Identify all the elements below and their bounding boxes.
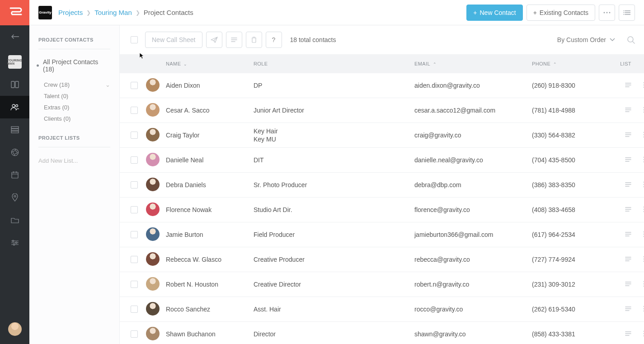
row-checkbox[interactable] [131, 256, 138, 263]
col-name[interactable]: NAME ⌄ [166, 61, 188, 66]
assign-list-icon[interactable] [625, 107, 631, 113]
table-row[interactable]: Debra DanielsSr. Photo Producerdebra@dbp… [120, 173, 644, 198]
contact-role: Studio Art Dir. [254, 206, 292, 213]
brand-logo[interactable] [0, 0, 29, 25]
contact-role: DP [254, 82, 262, 89]
contact-name: Shawn Buchanon [166, 330, 216, 338]
row-checkbox[interactable] [131, 206, 138, 213]
contact-email: florence@gravity.co [414, 206, 470, 213]
contact-phone: (727) 774-9924 [532, 256, 575, 263]
row-checkbox[interactable] [131, 231, 138, 238]
assign-list-icon[interactable] [625, 331, 631, 336]
assign-list-icon[interactable] [625, 157, 631, 162]
more-options-button[interactable] [599, 5, 615, 21]
org-badge[interactable]: Gravity [38, 6, 52, 19]
assign-list-icon[interactable] [625, 132, 631, 137]
assign-list-icon[interactable] [625, 256, 631, 262]
sidebar-group[interactable]: Extras (0) [44, 102, 110, 113]
row-checkbox[interactable] [131, 330, 138, 338]
avatar [146, 227, 160, 241]
rail-item-6[interactable] [0, 186, 29, 209]
send-button[interactable] [206, 32, 222, 48]
svg-point-9 [14, 195, 16, 197]
assign-list-icon[interactable] [625, 82, 631, 88]
row-checkbox[interactable] [131, 306, 138, 313]
table-row[interactable]: Rebecca W. GlascoCreative Producerrebecc… [120, 247, 644, 272]
row-checkbox[interactable] [131, 156, 138, 164]
sidebar-group[interactable]: Crew (18)⌄ [44, 79, 110, 90]
rail-contacts[interactable] [0, 96, 29, 118]
assign-list-icon[interactable] [625, 306, 631, 311]
avatar [146, 128, 160, 141]
svg-rect-4 [11, 127, 19, 128]
sidebar-group[interactable]: Talent (0) [44, 90, 110, 102]
row-checkbox[interactable] [131, 132, 138, 139]
row-checkbox[interactable] [131, 107, 138, 114]
col-email[interactable]: EMAIL ⌃ [414, 61, 437, 66]
assign-list-icon[interactable] [625, 207, 631, 212]
contact-email: rebecca@gravity.co [414, 256, 470, 263]
contact-phone: (231) 309-3012 [532, 281, 575, 288]
table-row[interactable]: Robert N. HoustonCreative Directorrobert… [120, 272, 644, 297]
rail-item-4[interactable] [0, 141, 29, 164]
trash-icon [251, 37, 257, 43]
add-new-list[interactable]: Add New List... [38, 154, 110, 168]
table-row[interactable]: Florence NowakStudio Art Dir.florence@gr… [120, 198, 644, 222]
sort-dropdown[interactable]: By Custom Order [557, 36, 615, 43]
contact-role: Asst. Hair [254, 306, 281, 313]
delete-button[interactable] [246, 32, 262, 48]
svg-point-2 [12, 104, 15, 107]
table-row[interactable]: Rocco SanchezAsst. Hairrocco@gravity.co(… [120, 297, 644, 322]
svg-point-12 [13, 244, 14, 245]
col-phone[interactable]: PHONE ⌃ [532, 61, 557, 66]
table-row[interactable]: Cesar A. SaccoJunior Art Directorcesar.a… [120, 98, 644, 123]
rail-item-7[interactable] [0, 209, 29, 231]
table-row[interactable]: Shawn BuchanonDirectorshawn@gravity.co(8… [120, 322, 644, 344]
rail-item-3[interactable] [0, 118, 29, 141]
contact-name: Craig Taylor [166, 132, 199, 139]
main-content: New Call Sheet ? 18 total contacts By Cu… [120, 25, 644, 344]
svg-point-15 [609, 12, 611, 13]
search-button[interactable] [627, 36, 635, 44]
rail-project-badge[interactable]: TOURING MAN [0, 51, 29, 73]
assign-list-icon[interactable] [625, 182, 631, 187]
table-row[interactable]: Jamie BurtonField Producerjamieburton366… [120, 222, 644, 247]
app-rail: TOURING MAN [0, 0, 29, 344]
rail-back[interactable] [0, 25, 29, 48]
panel-all-contacts[interactable]: All Project Contacts (18) [38, 56, 110, 75]
user-avatar[interactable] [8, 322, 22, 336]
crumb-current: Project Contacts [144, 9, 193, 16]
assign-list-button[interactable] [226, 32, 242, 48]
list-view-button[interactable] [619, 5, 635, 21]
col-role[interactable]: ROLE [254, 61, 268, 66]
contact-phone: (330) 564-8382 [532, 132, 575, 139]
select-all-checkbox[interactable] [131, 36, 138, 43]
new-call-sheet-button[interactable]: New Call Sheet [145, 32, 202, 48]
svg-rect-1 [15, 81, 19, 88]
crumb-project[interactable]: Touring Man [94, 9, 132, 16]
svg-rect-6 [11, 131, 19, 133]
rail-item-5[interactable] [0, 164, 29, 186]
row-checkbox[interactable] [131, 281, 138, 288]
existing-contacts-button[interactable]: + Existing Contacts [526, 5, 595, 21]
table-row[interactable]: Aiden DixonDPaiden.dixon@gravity.co(260)… [120, 73, 644, 98]
new-contact-button[interactable]: + New Contact [466, 5, 522, 21]
row-checkbox[interactable] [131, 181, 138, 188]
assign-list-icon[interactable] [625, 281, 631, 287]
row-checkbox[interactable] [131, 82, 138, 89]
help-button[interactable]: ? [266, 32, 282, 48]
contact-phone: (617) 964-2534 [532, 231, 575, 238]
crumb-projects[interactable]: Projects [58, 9, 83, 16]
table-row[interactable]: Craig TaylorKey HairKey MUcraig@gravity.… [120, 123, 644, 148]
contact-email: aiden.dixon@gravity.co [414, 82, 480, 89]
table-row[interactable]: Danielle NealDITdanielle.neal@gravity.co… [120, 148, 644, 173]
svg-rect-0 [11, 81, 14, 88]
contact-role: Key HairKey MU [254, 127, 414, 143]
assign-list-icon[interactable] [625, 231, 631, 237]
contact-name: Rebecca W. Glasco [166, 256, 221, 263]
sidebar-group[interactable]: Clients (0) [44, 113, 110, 124]
rail-item-8[interactable] [0, 231, 29, 254]
panel-contacts-heading: PROJECT CONTACTS [38, 37, 110, 42]
contact-name: Rocco Sanchez [166, 306, 210, 313]
rail-item-1[interactable] [0, 73, 29, 96]
